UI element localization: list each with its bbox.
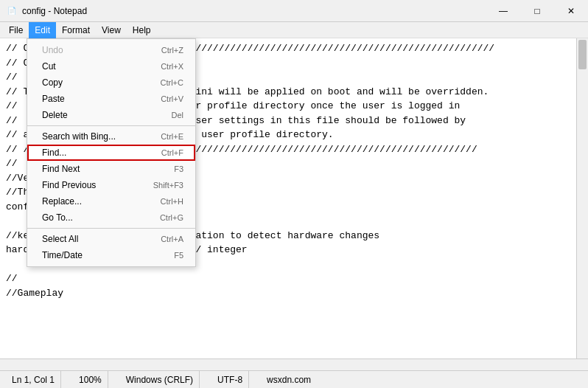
menu-item-find-previous[interactable]: Find Previous Shift+F3 — [27, 177, 195, 193]
menu-item-goto-label: Go To... — [42, 212, 73, 223]
window-controls: — □ ✕ — [486, 0, 588, 22]
menu-item-find-shortcut: Ctrl+F — [161, 148, 183, 157]
menu-item-paste[interactable]: Paste Ctrl+V — [27, 91, 195, 107]
app-icon: 📄 — [6, 5, 18, 17]
menu-item-paste-label: Paste — [42, 94, 65, 104]
menu-format[interactable]: Format — [56, 22, 96, 38]
maximize-button[interactable]: □ — [520, 0, 554, 22]
menu-help[interactable]: Help — [127, 22, 157, 38]
menu-item-find-next-label: Find Next — [42, 164, 80, 174]
menu-item-delete-shortcut: Del — [171, 111, 183, 119]
status-zoom: 100% — [73, 371, 108, 388]
menu-view[interactable]: View — [96, 22, 127, 38]
menu-edit[interactable]: Edit — [29, 22, 56, 38]
menu-item-cut[interactable]: Cut Ctrl+X — [27, 58, 195, 75]
menu-file[interactable]: File — [3, 22, 29, 38]
menu-bar: File Edit Format View Help — [0, 22, 588, 38]
horizontal-scrollbar[interactable] — [0, 358, 588, 370]
menu-item-replace-shortcut: Ctrl+H — [161, 197, 183, 206]
menu-item-search-bing-shortcut: Ctrl+E — [161, 132, 183, 141]
menu-item-undo[interactable]: Undo Ctrl+Z — [27, 42, 195, 58]
menu-item-replace[interactable]: Replace... Ctrl+H — [27, 193, 195, 209]
menu-item-time-date[interactable]: Time/Date F5 — [27, 247, 195, 263]
separator-1 — [27, 125, 195, 126]
status-position: Ln 1, Col 1 — [6, 371, 61, 388]
menu-item-time-date-label: Time/Date — [42, 250, 83, 260]
menu-item-copy[interactable]: Copy Ctrl+C — [27, 75, 195, 91]
close-button[interactable]: ✕ — [554, 0, 588, 22]
edit-dropdown-menu: Undo Ctrl+Z Cut Ctrl+X Copy Ctrl+C Paste… — [27, 38, 196, 267]
scrollbar-thumb[interactable] — [578, 40, 587, 69]
menu-item-time-date-shortcut: F5 — [174, 251, 183, 260]
menu-item-search-bing[interactable]: Search with Bing... Ctrl+E — [27, 128, 195, 145]
status-line-ending: Windows (CRLF) — [120, 371, 200, 388]
menu-item-undo-shortcut: Ctrl+Z — [161, 46, 183, 55]
menu-item-find[interactable]: Find... Ctrl+F — [27, 145, 195, 161]
status-encoding: UTF-8 — [211, 371, 249, 388]
menu-item-find-previous-shortcut: Shift+F3 — [153, 181, 183, 190]
menu-item-delete[interactable]: Delete Del — [27, 107, 195, 123]
menu-item-select-all-label: Select All — [42, 234, 78, 244]
menu-item-cut-shortcut: Ctrl+X — [161, 62, 183, 71]
menu-item-select-all-shortcut: Ctrl+A — [161, 235, 183, 243]
menu-item-undo-label: Undo — [42, 45, 63, 55]
menu-item-copy-shortcut: Ctrl+C — [161, 78, 183, 87]
menu-item-copy-label: Copy — [42, 77, 63, 88]
menu-item-goto-shortcut: Ctrl+G — [160, 213, 183, 222]
status-extra: wsxdn.com — [261, 371, 317, 388]
menu-item-find-next[interactable]: Find Next F3 — [27, 161, 195, 177]
title-bar: 📄 config - Notepad — □ ✕ — [0, 0, 588, 22]
menu-item-cut-label: Cut — [42, 61, 56, 72]
menu-item-find-next-shortcut: F3 — [174, 164, 183, 173]
menu-item-search-bing-label: Search with Bing... — [42, 131, 116, 142]
vertical-scrollbar[interactable] — [576, 38, 588, 370]
window-title: config - Notepad — [22, 6, 87, 16]
title-bar-left: 📄 config - Notepad — [6, 5, 87, 17]
menu-item-select-all[interactable]: Select All Ctrl+A — [27, 231, 195, 247]
status-bar: Ln 1, Col 1 100% Windows (CRLF) UTF-8 ws… — [0, 370, 588, 388]
menu-item-goto[interactable]: Go To... Ctrl+G — [27, 209, 195, 226]
menu-item-replace-label: Replace... — [42, 196, 82, 207]
minimize-button[interactable]: — — [486, 0, 520, 22]
menu-item-paste-shortcut: Ctrl+V — [161, 94, 183, 103]
menu-item-find-previous-label: Find Previous — [42, 180, 96, 190]
menu-item-delete-label: Delete — [42, 110, 68, 120]
menu-item-find-label: Find... — [42, 148, 66, 158]
separator-2 — [27, 228, 195, 229]
